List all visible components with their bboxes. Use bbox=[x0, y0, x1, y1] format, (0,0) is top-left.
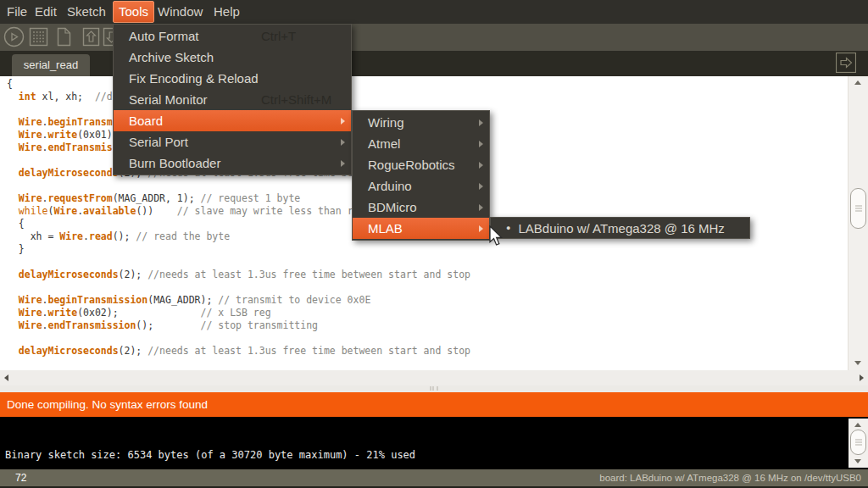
menubar-item-file[interactable]: File bbox=[7, 0, 27, 24]
status-message: Done compiling. No syntax errors found bbox=[7, 398, 208, 411]
console-message: Binary sketch size: 6534 bytes (of a 307… bbox=[5, 449, 415, 461]
menu-item-label: BDMicro bbox=[368, 200, 417, 214]
selected-bullet-icon: ● bbox=[506, 224, 510, 232]
scrollbar-thumb[interactable] bbox=[850, 188, 866, 229]
verify-icon bbox=[3, 26, 25, 47]
verify-button[interactable] bbox=[3, 26, 25, 47]
submenu-arrow-icon bbox=[341, 160, 345, 167]
footer-status-strip: 72 board: LABduino w/ ATmega328 @ 16 MHz… bbox=[0, 469, 868, 488]
menu-item-label: Serial Port bbox=[129, 135, 188, 149]
editor-vertical-scrollbar[interactable] bbox=[848, 76, 868, 370]
open-sketch-button[interactable] bbox=[81, 26, 102, 47]
submenu-arrow-icon bbox=[479, 119, 483, 126]
new-file-icon bbox=[53, 26, 74, 47]
serial-monitor-icon bbox=[836, 53, 856, 73]
code-line bbox=[7, 281, 470, 294]
menu-item-label: Arduino bbox=[368, 179, 412, 193]
menu-item-label: LABduino w/ ATmega328 @ 16 MHz bbox=[518, 221, 724, 236]
menu-item-label: Auto Format bbox=[129, 29, 199, 43]
splitter-grip-icon bbox=[431, 386, 438, 391]
mouse-cursor bbox=[488, 225, 505, 247]
submenu-arrow-icon bbox=[479, 204, 483, 211]
submenu-arrow-icon bbox=[341, 118, 345, 125]
menu-shortcut: Ctrl+T bbox=[261, 29, 296, 43]
submenu-arrow-icon bbox=[479, 162, 483, 169]
splitter-handle[interactable] bbox=[0, 385, 868, 392]
scroll-up-icon[interactable] bbox=[854, 80, 861, 85]
scroll-up-icon[interactable] bbox=[854, 423, 861, 427]
menu-item-label: Fix Encoding & Reload bbox=[129, 71, 259, 86]
menu-item-label: Board bbox=[129, 114, 163, 128]
code-line bbox=[7, 256, 470, 269]
submenu-arrow-icon bbox=[479, 141, 483, 147]
status-bar: Done compiling. No syntax errors found bbox=[0, 392, 868, 417]
console-vertical-scrollbar[interactable] bbox=[849, 419, 868, 468]
thumb-grip-icon bbox=[855, 206, 862, 212]
menu-item-label: Atmel bbox=[368, 136, 400, 151]
menu-item-wiring[interactable]: Wiring bbox=[353, 112, 489, 133]
menu-item-label: Serial Monitor bbox=[129, 92, 208, 107]
menu-item-label: Wiring bbox=[368, 115, 404, 130]
menu-item-roguerobotics[interactable]: RogueRobotics bbox=[353, 154, 489, 175]
code-line: Wire.write(0x02); // x LSB reg bbox=[7, 307, 470, 319]
submenu-arrow-icon bbox=[341, 139, 345, 146]
code-line: } bbox=[7, 243, 470, 256]
menu-item-bdmicro[interactable]: BDMicro bbox=[353, 197, 489, 218]
menu-item-label: Archive Sketch bbox=[129, 50, 214, 64]
menu-item-board[interactable]: Board bbox=[114, 110, 351, 131]
new-sketch-button[interactable] bbox=[53, 26, 74, 47]
menubar-item-tools[interactable]: Tools bbox=[113, 1, 154, 23]
tools-menu: Auto FormatCtrl+TArchive SketchFix Encod… bbox=[113, 24, 352, 175]
menu-item-labduino[interactable]: ● LABduino w/ ATmega328 @ 16 MHz bbox=[491, 219, 749, 237]
scroll-right-icon[interactable] bbox=[860, 374, 864, 381]
mlab-submenu: ● LABduino w/ ATmega328 @ 16 MHz bbox=[490, 217, 750, 239]
menu-item-fix-encoding-reload[interactable]: Fix Encoding & Reload bbox=[114, 68, 351, 89]
code-line: delayMicroseconds(2); //needs at least 1… bbox=[7, 345, 470, 358]
menu-item-archive-sketch[interactable]: Archive Sketch bbox=[114, 47, 351, 68]
scrollbar-thumb[interactable] bbox=[850, 430, 866, 455]
arduino-ide-window: FileEditSketchToolsWindowHelp bbox=[0, 0, 868, 488]
submenu-arrow-icon bbox=[479, 183, 483, 190]
console-output: Binary sketch size: 6534 bytes (of a 307… bbox=[0, 417, 868, 469]
stop-icon bbox=[28, 26, 49, 47]
menu-item-label: Burn Bootloader bbox=[129, 156, 220, 170]
menu-item-mlab[interactable]: MLAB bbox=[353, 218, 489, 239]
upload-arrow-icon bbox=[81, 26, 102, 47]
thumb-grip-icon bbox=[855, 440, 862, 446]
tab-label: serial_read bbox=[24, 58, 78, 71]
menu-item-label: MLAB bbox=[368, 221, 403, 236]
menu-item-burn-bootloader[interactable]: Burn Bootloader bbox=[114, 152, 351, 174]
editor-horizontal-scrollbar[interactable] bbox=[0, 370, 868, 385]
menu-item-atmel[interactable]: Atmel bbox=[353, 133, 489, 154]
code-line: delayMicroseconds(2); //needs at least 1… bbox=[7, 269, 470, 281]
menubar-item-edit[interactable]: Edit bbox=[35, 0, 57, 24]
menu-item-label: RogueRobotics bbox=[368, 158, 455, 172]
menubar-item-window[interactable]: Window bbox=[158, 0, 203, 24]
board-info: board: LABduino w/ ATmega328 @ 16 MHz on… bbox=[599, 469, 861, 486]
menubar-item-sketch[interactable]: Sketch bbox=[67, 0, 106, 24]
tab-serial-read[interactable]: serial_read bbox=[12, 54, 90, 76]
scroll-down-icon[interactable] bbox=[854, 459, 861, 463]
serial-monitor-button[interactable] bbox=[836, 53, 856, 73]
menu-item-serial-port[interactable]: Serial Port bbox=[114, 131, 351, 152]
scroll-left-icon[interactable] bbox=[4, 374, 8, 381]
menu-item-arduino[interactable]: Arduino bbox=[353, 175, 489, 197]
code-line bbox=[7, 332, 470, 345]
menu-item-auto-format[interactable]: Auto FormatCtrl+T bbox=[114, 25, 351, 47]
stop-button[interactable] bbox=[28, 26, 49, 47]
board-submenu: WiringAtmelRogueRoboticsArduinoBDMicroML… bbox=[352, 110, 490, 241]
menu-item-serial-monitor[interactable]: Serial MonitorCtrl+Shift+M bbox=[114, 89, 351, 110]
line-number: 72 bbox=[15, 469, 26, 486]
code-line: Wire.endTransmission(); // stop transmit… bbox=[7, 319, 470, 332]
menubar: FileEditSketchToolsWindowHelp bbox=[0, 0, 868, 24]
menu-shortcut: Ctrl+Shift+M bbox=[261, 92, 331, 107]
submenu-arrow-icon bbox=[479, 225, 483, 232]
scroll-down-icon[interactable] bbox=[854, 361, 861, 365]
menubar-item-help[interactable]: Help bbox=[214, 0, 240, 24]
code-line: Wire.beginTransmission(MAG_ADDR); // tra… bbox=[7, 294, 470, 307]
